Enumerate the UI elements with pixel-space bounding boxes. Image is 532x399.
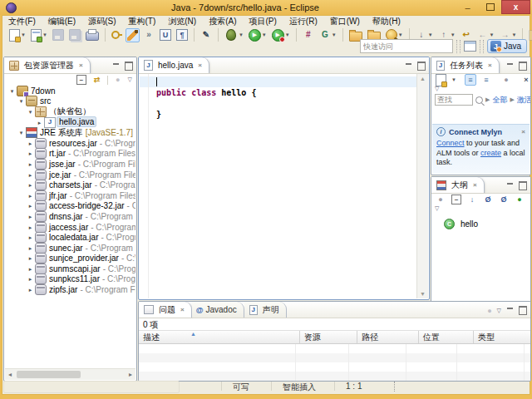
tree-expander-icon[interactable]: ▾	[17, 98, 25, 104]
format-brush-button[interactable]	[126, 28, 140, 42]
minimize-view-button[interactable]	[405, 62, 412, 70]
tab-hello-java[interactable]: hello.java ×	[139, 57, 209, 73]
tree-item[interactable]: ▸sunec.jar- C:\Program Files	[5, 243, 135, 254]
run-arrow-button[interactable]: »	[141, 27, 156, 42]
chevron-down-icon[interactable]: ▼	[428, 32, 433, 37]
maximize-view-button[interactable]	[125, 62, 133, 71]
menu-item-2[interactable]: 源码(S)	[88, 16, 116, 27]
minimize-button[interactable]: –	[456, 0, 479, 14]
tree-item[interactable]: ▸jaccess.jar- C:\Program File	[5, 222, 135, 233]
close-button[interactable]: x	[501, 0, 530, 14]
chevron-down-icon[interactable]: ▼	[239, 32, 244, 37]
tree-expander-icon[interactable]: ▸	[27, 140, 34, 146]
tree-item[interactable]: ▾JRE 系统库[JavaSE-1.7]	[5, 127, 135, 138]
view-menu-button[interactable]: ▽	[435, 86, 439, 92]
tree-item[interactable]: ▸zipfs.jar- C:\Program Files (	[5, 284, 135, 295]
chevron-down-icon[interactable]: ▼	[42, 32, 47, 37]
horizontal-scrollbar[interactable]: ◂ ▸	[5, 368, 135, 380]
column-header-位置[interactable]: 位置	[419, 331, 474, 343]
tab-package-explorer[interactable]: 包资源管理器 ×	[4, 57, 91, 73]
tree-item[interactable]: ▸jsse.jar- C:\Program Files (x	[5, 159, 135, 170]
sort-button[interactable]: ↓	[466, 194, 478, 205]
run-button[interactable]: ▶▼	[247, 27, 268, 43]
tree-item[interactable]: ▸resources.jar- C:\Program F	[5, 138, 135, 149]
menu-item-7[interactable]: 运行(R)	[289, 16, 318, 27]
tab-task-list[interactable]: 任务列表 ×	[431, 57, 500, 73]
open-perspective-button[interactable]	[464, 41, 476, 52]
tree-item[interactable]: ▸hello.java	[5, 117, 135, 128]
chevron-down-icon[interactable]: ▼	[512, 32, 517, 37]
tab-javadoc[interactable]: @ Javadoc	[192, 302, 244, 318]
tree-expander-icon[interactable]: ▸	[27, 172, 34, 178]
collapse-all-button[interactable]: –	[451, 194, 462, 205]
show-public-only-button[interactable]: ●	[514, 194, 525, 205]
tree-expander-icon[interactable]: ▸	[27, 266, 34, 272]
tree-expander-icon[interactable]: ▸	[36, 120, 43, 126]
tree-item[interactable]: ▾（缺省包）	[5, 106, 135, 117]
tree-expander-icon[interactable]: ▾	[27, 109, 34, 115]
key-tool-button[interactable]	[110, 28, 124, 42]
chevron-down-icon[interactable]: ▼	[451, 32, 456, 37]
close-icon[interactable]: ×	[180, 306, 185, 313]
debug-button[interactable]: ▼	[223, 27, 245, 43]
tree-expander-icon[interactable]: ▸	[27, 161, 34, 167]
link-with-editor-button[interactable]: ⇄	[91, 74, 103, 86]
tree-item[interactable]: ▸jfr.jar- C:\Program Files (x86	[5, 190, 135, 201]
maximize-view-button[interactable]	[519, 181, 527, 190]
link-all-tasks[interactable]: 全部	[492, 95, 507, 106]
tree-item[interactable]: ▾7down	[5, 86, 135, 96]
find-task-input[interactable]	[435, 94, 473, 106]
tree-item[interactable]: ▸access-bridge-32.jar- C:\Pr	[5, 201, 135, 212]
tree-item[interactable]: ▸sunpkcs11.jar- C:\Program	[5, 274, 135, 285]
menu-item-6[interactable]: 项目(P)	[249, 16, 276, 27]
menu-item-8[interactable]: 窗口(W)	[330, 16, 360, 27]
tab-outline[interactable]: 大纲 ×	[431, 177, 485, 193]
minimize-view-button[interactable]	[506, 182, 514, 190]
tree-expander-icon[interactable]: ▸	[27, 182, 34, 188]
chevron-down-icon[interactable]: ▼	[285, 32, 290, 37]
tree-item[interactable]: ▸rt.jar- C:\Program Files (x86	[5, 149, 135, 160]
java-perspective-button[interactable]: J Java	[487, 39, 527, 53]
tree-expander-icon[interactable]: ▸	[27, 245, 34, 251]
tree-item[interactable]: ▸sunjce_provider.jar- C:\Prog	[5, 254, 135, 264]
tab-problems[interactable]: 问题 ×	[139, 302, 192, 318]
menu-item-9[interactable]: 帮助(H)	[372, 16, 401, 27]
chevron-down-icon[interactable]: ▼	[490, 32, 495, 37]
maximize-view-button[interactable]	[519, 62, 527, 71]
new-java-project-button[interactable]: #	[301, 27, 316, 42]
chevron-down-icon[interactable]: ▼	[262, 32, 267, 37]
menu-item-4[interactable]: 浏览(N)	[168, 16, 196, 27]
quick-access-input[interactable]	[360, 39, 453, 53]
minimize-view-button[interactable]	[112, 62, 120, 70]
delete-task-button[interactable]: ×	[520, 74, 531, 86]
vertical-scrollbar[interactable]: ▲ ▼	[416, 74, 428, 298]
new-wizard-button[interactable]: ▼	[7, 27, 27, 43]
maximize-button[interactable]	[479, 0, 501, 14]
tree-expander-icon[interactable]: ▸	[27, 234, 34, 240]
tab-declaration[interactable]: 声明	[244, 302, 287, 318]
chevron-down-icon[interactable]: ▼	[398, 32, 403, 37]
tree-item[interactable]: ▾src	[5, 96, 135, 107]
tree-expander-icon[interactable]: ▸	[27, 150, 34, 156]
hide-static-members-button[interactable]: Ø	[498, 194, 510, 205]
tree-expander-icon[interactable]: ▸	[27, 214, 34, 219]
tree-item[interactable]: ▸sunmscapi.jar- C:\Program	[5, 264, 135, 274]
tree-expander-icon[interactable]: ▸	[27, 203, 34, 209]
scrollbar-thumb[interactable]	[17, 371, 81, 378]
scroll-down-icon[interactable]: ▼	[420, 291, 426, 297]
view-menu-button[interactable]: ▽	[497, 308, 501, 314]
link-activate-task[interactable]: 激活...	[517, 95, 531, 106]
tree-expander-icon[interactable]: ▸	[27, 287, 34, 293]
close-icon[interactable]: ×	[488, 62, 492, 69]
tree-item[interactable]: ▸localedata.jar- C:\Program	[5, 232, 135, 243]
run-last-launched-button[interactable]: ▶▼	[270, 27, 292, 43]
pen-tool-button[interactable]: ✎	[199, 27, 214, 42]
tree-expander-icon[interactable]: ▸	[27, 193, 34, 199]
focus-button[interactable]: ●	[435, 194, 446, 205]
menu-item-3[interactable]: 重构(T)	[128, 16, 155, 27]
view-menu-button[interactable]: ▽	[128, 76, 132, 83]
minimize-view-button[interactable]	[506, 62, 514, 70]
uml-tool-button[interactable]: U	[158, 27, 173, 42]
scroll-right-icon[interactable]: ▸	[126, 371, 135, 378]
tree-item[interactable]: ▸dnsns.jar- C:\Program Files	[5, 211, 135, 222]
